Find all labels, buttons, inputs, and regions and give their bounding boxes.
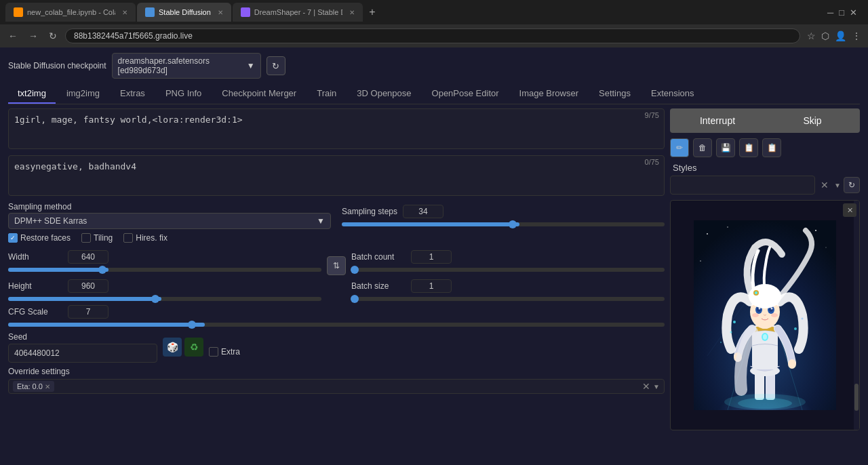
seed-input[interactable] <box>8 344 157 363</box>
hires-fix-checkbox[interactable]: Hires. fix <box>123 233 167 243</box>
svg-point-17 <box>788 359 796 369</box>
tab-img2img[interactable]: img2img <box>57 84 109 104</box>
positive-prompt-textarea[interactable] <box>8 108 665 149</box>
generated-image <box>694 220 836 410</box>
tab-close-sd[interactable]: ✕ <box>218 9 223 16</box>
styles-dropdown-button[interactable]: ▼ <box>834 182 841 189</box>
width-slider-fill <box>8 268 108 272</box>
tab-image-browser[interactable]: Image Browser <box>510 84 588 104</box>
tab-colab[interactable]: new_colab_file.ipynb - Colabora... ✕ <box>5 3 136 22</box>
height-slider-track <box>8 297 321 301</box>
restore-faces-checkbox[interactable]: ✓ Restore faces <box>8 233 71 243</box>
styles-clear-button[interactable]: ✕ <box>818 180 831 190</box>
height-header: Height 960 <box>8 279 321 293</box>
extensions-button[interactable]: ⬡ <box>820 29 831 43</box>
sampling-steps-slider-thumb[interactable] <box>509 220 517 228</box>
back-button[interactable]: ← <box>5 29 20 43</box>
extra-checkbox[interactable]: Extra <box>209 347 240 357</box>
batch-count-header: Batch count 1 <box>351 250 665 264</box>
override-clear-button[interactable]: ✕ <box>642 381 650 392</box>
new-tab-button[interactable]: + <box>364 4 380 20</box>
interrupt-button[interactable]: Interrupt <box>670 108 765 133</box>
tab-openpose-editor[interactable]: OpenPose Editor <box>422 84 509 104</box>
styles-select-row: ✕ ▼ ↻ <box>670 176 860 195</box>
tab-settings[interactable]: Settings <box>589 84 640 104</box>
tab-close-colab[interactable]: ✕ <box>122 9 127 16</box>
svg-point-31 <box>733 321 736 323</box>
style-icon-save-button[interactable]: 💾 <box>716 138 735 157</box>
tab-3d-openpose[interactable]: 3D Openpose <box>347 84 420 104</box>
checkpoint-select[interactable]: dreamshaper.safetensors [ed989d673d] ▼ <box>112 53 261 79</box>
styles-input[interactable] <box>670 176 815 195</box>
app-content: Stable Diffusion checkpoint dreamshaper.… <box>0 47 868 465</box>
maximize-button[interactable]: □ <box>839 7 844 18</box>
seed-recycle-button[interactable]: ♻ <box>184 338 203 357</box>
svg-point-7 <box>815 230 816 231</box>
batch-size-section: Batch size 1 <box>351 279 665 301</box>
image-close-button[interactable]: ✕ <box>843 203 856 217</box>
tab-checkpoint-merger[interactable]: Checkpoint Merger <box>212 84 306 104</box>
seed-dice-button[interactable]: 🎲 <box>163 338 182 357</box>
tab-close-dreamshaper[interactable]: ✕ <box>349 9 355 16</box>
skip-button[interactable]: Skip <box>765 108 860 133</box>
styles-refresh-button[interactable]: ↻ <box>844 177 860 193</box>
sampling-steps-label: Sampling steps <box>342 207 397 216</box>
height-slider-thumb[interactable] <box>151 295 159 303</box>
swap-dimensions-button[interactable]: ⇅ <box>327 256 346 275</box>
override-dropdown-button[interactable]: ▼ <box>653 383 660 390</box>
batch-size-slider-thumb[interactable] <box>351 295 359 303</box>
style-icon-trash-button[interactable]: 🗑 <box>693 138 712 157</box>
tab-txt2img[interactable]: txt2img <box>8 84 56 104</box>
batch-count-value[interactable]: 1 <box>411 250 452 264</box>
bookmark-button[interactable]: ☆ <box>806 29 817 43</box>
batch-count-slider-thumb[interactable] <box>351 266 359 274</box>
url-box[interactable]: 88b1382445a71f5665.gradio.live <box>65 28 800 43</box>
sampling-method-select[interactable]: DPM++ SDE Karras ▼ <box>8 213 331 229</box>
hires-fix-label: Hires. fix <box>136 233 167 243</box>
tab-png-info[interactable]: PNG Info <box>156 84 211 104</box>
width-value[interactable]: 640 <box>68 250 108 264</box>
svg-point-27 <box>771 313 778 317</box>
cfg-scale-slider-thumb[interactable] <box>188 321 196 329</box>
menu-button[interactable]: ⋮ <box>850 29 863 43</box>
sampling-method-dropdown-icon: ▼ <box>317 216 325 226</box>
image-scrollbar-thumb[interactable] <box>854 384 859 411</box>
batch-size-value[interactable]: 1 <box>411 279 452 293</box>
reload-button[interactable]: ↻ <box>46 29 60 43</box>
cfg-scale-value[interactable]: 7 <box>68 305 108 319</box>
override-input-row[interactable]: Eta: 0.0 ✕ ✕ ▼ <box>8 379 665 394</box>
extra-label: Extra <box>221 347 240 357</box>
height-value[interactable]: 960 <box>68 279 108 293</box>
style-icon-download-button[interactable]: 📋 <box>762 138 781 157</box>
cfg-scale-label: CFG Scale <box>8 307 62 317</box>
tab-dreamshaper[interactable]: DreamShaper - 7 | Stable Diffusio... ✕ <box>233 3 363 22</box>
image-scrollbar[interactable] <box>854 201 859 430</box>
width-slider-thumb[interactable] <box>98 266 106 274</box>
tiling-checkbox[interactable]: Tiling <box>81 233 113 243</box>
tab-label-colab: new_colab_file.ipynb - Colabora... <box>27 8 115 16</box>
svg-point-25 <box>771 308 773 310</box>
address-bar: ← → ↻ 88b1382445a71f5665.gradio.live ☆ ⬡… <box>0 24 868 47</box>
profile-button[interactable]: 👤 <box>833 29 848 43</box>
override-tag-eta: Eta: 0.0 ✕ <box>13 381 54 392</box>
tab-extras[interactable]: Extras <box>111 84 155 104</box>
sampling-method-label: Sampling method <box>8 202 331 211</box>
style-icon-pencil-button[interactable]: ✏ <box>670 138 689 157</box>
tab-extensions[interactable]: Extensions <box>642 84 704 104</box>
close-window-button[interactable]: ✕ <box>850 7 857 18</box>
sampling-steps-value[interactable]: 34 <box>403 205 443 218</box>
right-panel: Interrupt Skip ✏ 🗑 💾 📋 📋 Styles ✕ ▼ ↻ <box>670 108 860 461</box>
style-icon-upload-button[interactable]: 📋 <box>739 138 758 157</box>
svg-point-35 <box>720 342 722 343</box>
svg-point-32 <box>730 331 732 333</box>
negative-prompt-textarea[interactable] <box>8 155 665 196</box>
override-tag-close-button[interactable]: ✕ <box>45 383 50 390</box>
height-slider-fill <box>8 297 161 301</box>
tab-train[interactable]: Train <box>307 84 346 104</box>
checkpoint-refresh-button[interactable]: ↻ <box>267 56 285 75</box>
svg-point-30 <box>755 291 757 294</box>
tab-sd[interactable]: Stable Diffusion ✕ <box>137 3 231 22</box>
minimize-button[interactable]: ─ <box>827 7 833 18</box>
svg-point-9 <box>700 260 701 262</box>
forward-button[interactable]: → <box>26 29 41 43</box>
